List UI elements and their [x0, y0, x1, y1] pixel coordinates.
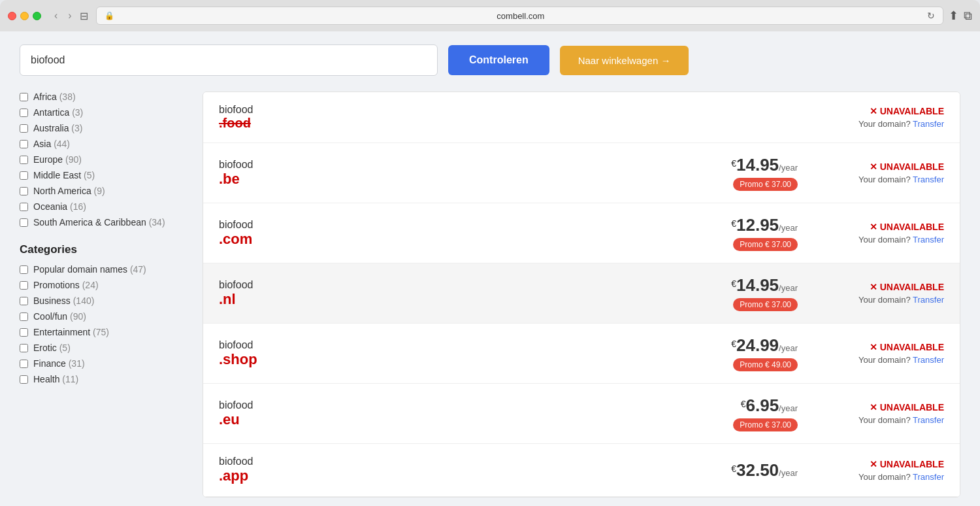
- sidebar-toggle-button[interactable]: ⊟: [80, 10, 88, 22]
- x-icon: ✕: [870, 222, 877, 232]
- domain-base: biofood: [219, 159, 696, 171]
- your-domain-text: Your domain? Transfer: [813, 415, 944, 425]
- price-period: /year: [779, 163, 798, 173]
- sidebar-region-item[interactable]: Europe (90): [20, 154, 189, 165]
- price-period: /year: [779, 403, 798, 413]
- sidebar-category-item[interactable]: Business (140): [20, 295, 189, 306]
- sidebar-region-item[interactable]: Oceania (16): [20, 201, 189, 212]
- category-label: Entertainment (75): [33, 327, 109, 337]
- transfer-link[interactable]: Transfer: [913, 415, 944, 425]
- transfer-link[interactable]: Transfer: [913, 472, 944, 482]
- winkelwagen-button[interactable]: Naar winkelwagen →: [560, 46, 689, 75]
- search-input[interactable]: [20, 44, 438, 76]
- unavailable-label: UNAVAILABLE: [880, 342, 944, 352]
- region-checkbox[interactable]: [20, 187, 28, 195]
- promo-badge: Promo € 37.00: [733, 178, 798, 191]
- category-checkbox[interactable]: [20, 344, 28, 352]
- region-checkbox[interactable]: [20, 156, 28, 164]
- euro-symbol: €: [731, 463, 736, 473]
- transfer-link[interactable]: Transfer: [913, 235, 944, 245]
- region-checkbox[interactable]: [20, 218, 28, 227]
- url-bar[interactable]: 🔒 combell.com ↻: [96, 7, 943, 25]
- category-checkbox[interactable]: [20, 328, 28, 337]
- price-amount: 24.99: [736, 335, 779, 355]
- maximize-button[interactable]: [33, 12, 41, 20]
- minimize-button[interactable]: [20, 12, 29, 20]
- domain-name-col: biofood .app: [219, 456, 696, 484]
- domain-ext: .nl: [219, 291, 696, 308]
- close-button[interactable]: [8, 12, 16, 20]
- sidebar-category-item[interactable]: Entertainment (75): [20, 327, 189, 337]
- unavailable-status: ✕ UNAVAILABLE: [813, 459, 944, 469]
- domain-base: biofood: [219, 104, 696, 116]
- category-label: Cool/fun (90): [33, 311, 86, 322]
- transfer-link[interactable]: Transfer: [913, 295, 944, 305]
- category-label: Popular domain names (47): [33, 264, 146, 275]
- domain-name-col: biofood .be: [219, 159, 696, 188]
- category-checkbox[interactable]: [20, 297, 28, 305]
- sidebar-region-item[interactable]: Africa (38): [20, 92, 189, 102]
- sidebar-region-item[interactable]: South America & Caribbean (34): [20, 217, 189, 228]
- reload-button[interactable]: ↻: [927, 10, 935, 21]
- categories-title: Categories: [20, 243, 189, 256]
- domain-price: €14.95/year: [696, 155, 798, 175]
- domain-price: €32.50/year: [696, 460, 798, 481]
- domain-base: biofood: [219, 279, 696, 291]
- sidebar-category-item[interactable]: Promotions (24): [20, 280, 189, 290]
- x-icon: ✕: [870, 106, 877, 116]
- euro-symbol: €: [731, 278, 736, 289]
- domain-ext: .food: [219, 116, 696, 131]
- price-col: €14.95/year Promo € 37.00: [696, 275, 813, 311]
- category-checkbox[interactable]: [20, 360, 28, 368]
- region-checkbox[interactable]: [20, 124, 28, 133]
- status-col: ✕ UNAVAILABLE Your domain? Transfer: [813, 402, 944, 425]
- category-count: (90): [70, 311, 86, 322]
- promo-badge: Promo € 37.00: [733, 238, 798, 251]
- domain-row: biofood .app €32.50/year ✕ UNAVAILABLE Y…: [203, 444, 960, 497]
- unavailable-label: UNAVAILABLE: [880, 106, 944, 116]
- region-checkbox[interactable]: [20, 171, 28, 180]
- promo-badge: Promo € 37.00: [733, 298, 798, 311]
- url-text: combell.com: [118, 11, 923, 21]
- forward-button[interactable]: ›: [65, 8, 74, 23]
- status-col: ✕ UNAVAILABLE Your domain? Transfer: [813, 282, 944, 305]
- price-amount: 12.95: [736, 215, 779, 235]
- unavailable-label: UNAVAILABLE: [880, 222, 944, 232]
- sidebar-region-item[interactable]: North America (9): [20, 186, 189, 196]
- share-button[interactable]: ⬆: [949, 8, 958, 23]
- tabs-button[interactable]: ⧉: [964, 8, 972, 23]
- back-button[interactable]: ‹: [52, 8, 60, 23]
- transfer-link[interactable]: Transfer: [913, 175, 944, 184]
- category-checkbox[interactable]: [20, 375, 28, 384]
- domain-name-col: biofood .com: [219, 219, 696, 248]
- domain-row: biofood .be €14.95/year Promo € 37.00 ✕ …: [203, 143, 960, 203]
- your-domain-text: Your domain? Transfer: [813, 235, 944, 245]
- controleren-button[interactable]: Controleren: [448, 45, 549, 75]
- category-checkbox[interactable]: [20, 265, 28, 274]
- category-checkbox[interactable]: [20, 281, 28, 290]
- domain-price: €6.95/year: [696, 396, 798, 416]
- region-checkbox[interactable]: [20, 203, 28, 211]
- sidebar-category-item[interactable]: Erotic (5): [20, 343, 189, 353]
- sidebar-category-item[interactable]: Finance (31): [20, 358, 189, 369]
- transfer-link[interactable]: Transfer: [913, 119, 944, 129]
- sidebar-category-item[interactable]: Cool/fun (90): [20, 311, 189, 322]
- sidebar-region-item[interactable]: Australia (3): [20, 123, 189, 133]
- transfer-link[interactable]: Transfer: [913, 355, 944, 365]
- sidebar-region-item[interactable]: Middle East (5): [20, 170, 189, 180]
- sidebar-category-item[interactable]: Health (11): [20, 374, 189, 384]
- category-checkbox[interactable]: [20, 312, 28, 321]
- sidebar-region-item[interactable]: Asia (44): [20, 139, 189, 149]
- price-col: €32.50/year: [696, 460, 813, 481]
- price-amount: 14.95: [736, 275, 779, 295]
- region-checkbox[interactable]: [20, 93, 28, 101]
- region-checkbox[interactable]: [20, 140, 28, 148]
- euro-symbol: €: [731, 339, 736, 349]
- sidebar-category-item[interactable]: Popular domain names (47): [20, 264, 189, 275]
- unavailable-status: ✕ UNAVAILABLE: [813, 402, 944, 413]
- region-checkbox[interactable]: [20, 109, 28, 117]
- region-label: North America (9): [33, 186, 105, 196]
- domain-base: biofood: [219, 456, 696, 467]
- unavailable-status: ✕ UNAVAILABLE: [813, 282, 944, 292]
- sidebar-region-item[interactable]: Antartica (3): [20, 107, 189, 118]
